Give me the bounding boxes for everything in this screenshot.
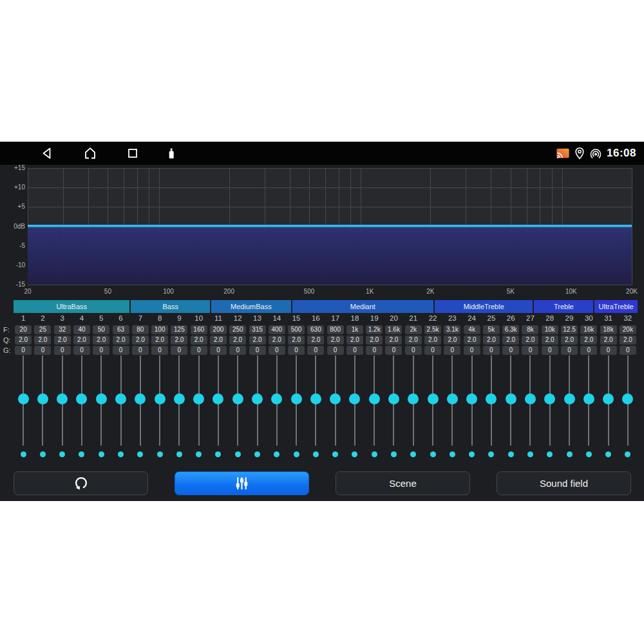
gain-value-box[interactable]: 0: [327, 346, 344, 355]
freq-value-box[interactable]: 50: [93, 325, 109, 334]
recents-icon[interactable]: [125, 146, 140, 161]
gain-value-box[interactable]: 0: [15, 346, 32, 355]
usb-icon[interactable]: [164, 146, 179, 161]
q-value-box[interactable]: 2.0: [366, 336, 383, 345]
q-value-box[interactable]: 2.0: [269, 336, 285, 345]
eq-slider-thumb[interactable]: [388, 393, 399, 404]
gain-value-box[interactable]: 0: [366, 346, 383, 355]
eq-slider-thumb[interactable]: [135, 393, 146, 404]
freq-value-box[interactable]: 500: [288, 325, 305, 334]
gain-value-box[interactable]: 0: [210, 346, 227, 355]
eq-slider-thumb[interactable]: [622, 393, 633, 404]
eq-slider-thumb[interactable]: [213, 393, 223, 404]
eq-slider-thumb[interactable]: [96, 393, 107, 404]
freq-value-box[interactable]: 250: [229, 325, 246, 334]
gain-value-box[interactable]: 0: [113, 346, 129, 355]
q-value-box[interactable]: 2.0: [34, 336, 51, 345]
eq-slider-thumb[interactable]: [447, 393, 458, 404]
band-ultrabass[interactable]: UltraBass: [14, 300, 129, 313]
freq-value-box[interactable]: 160: [191, 325, 207, 334]
freq-value-box[interactable]: 100: [151, 325, 168, 334]
freq-value-box[interactable]: 63: [113, 325, 129, 334]
freq-value-box[interactable]: 5k: [483, 325, 500, 334]
q-value-box[interactable]: 2.0: [15, 336, 32, 345]
gain-value-box[interactable]: 0: [561, 346, 578, 355]
gain-value-box[interactable]: 0: [191, 346, 207, 355]
q-value-box[interactable]: 2.0: [620, 336, 636, 345]
eq-slider-thumb[interactable]: [252, 393, 263, 404]
q-value-box[interactable]: 2.0: [191, 336, 207, 345]
freq-value-box[interactable]: 200: [210, 325, 227, 334]
eq-slider-thumb[interactable]: [603, 393, 614, 404]
gain-value-box[interactable]: 0: [34, 346, 51, 355]
q-value-box[interactable]: 2.0: [171, 336, 187, 345]
q-value-box[interactable]: 2.0: [600, 336, 617, 345]
q-value-box[interactable]: 2.0: [405, 336, 422, 345]
q-value-box[interactable]: 2.0: [288, 336, 305, 345]
eq-slider-thumb[interactable]: [174, 393, 185, 404]
band-treble[interactable]: Treble: [534, 300, 593, 313]
eq-slider-thumb[interactable]: [466, 393, 477, 404]
freq-value-box[interactable]: 4k: [464, 325, 480, 334]
q-value-box[interactable]: 2.0: [113, 336, 129, 345]
freq-value-box[interactable]: 1.6k: [385, 325, 402, 334]
gain-value-box[interactable]: 0: [229, 346, 246, 355]
freq-value-box[interactable]: 630: [307, 325, 324, 334]
eq-slider-thumb[interactable]: [583, 393, 594, 404]
freq-value-box[interactable]: 6.3k: [502, 325, 519, 334]
q-value-box[interactable]: 2.0: [502, 336, 519, 345]
eq-slider-thumb[interactable]: [349, 393, 360, 404]
eq-slider-thumb[interactable]: [428, 393, 439, 404]
freq-value-box[interactable]: 3.1k: [444, 325, 460, 334]
home-icon[interactable]: [82, 146, 98, 161]
reset-button[interactable]: [14, 471, 148, 495]
gain-value-box[interactable]: 0: [385, 346, 402, 355]
eq-slider-thumb[interactable]: [37, 393, 48, 404]
freq-value-box[interactable]: 400: [269, 325, 285, 334]
back-icon[interactable]: [40, 146, 55, 161]
gain-value-box[interactable]: 0: [288, 346, 305, 355]
gain-value-box[interactable]: 0: [502, 346, 519, 355]
q-value-box[interactable]: 2.0: [307, 336, 324, 345]
q-value-box[interactable]: 2.0: [346, 336, 363, 345]
eq-slider-thumb[interactable]: [18, 393, 29, 404]
eq-slider-thumb[interactable]: [310, 393, 321, 404]
q-value-box[interactable]: 2.0: [249, 336, 266, 345]
q-value-box[interactable]: 2.0: [424, 336, 441, 345]
q-value-box[interactable]: 2.0: [93, 336, 109, 345]
band-mediumbass[interactable]: MediumBass: [211, 300, 291, 313]
q-value-box[interactable]: 2.0: [542, 336, 558, 345]
eq-slider-thumb[interactable]: [193, 393, 204, 404]
q-value-box[interactable]: 2.0: [229, 336, 246, 345]
freq-value-box[interactable]: 25: [34, 325, 51, 334]
gain-value-box[interactable]: 0: [171, 346, 187, 355]
q-value-box[interactable]: 2.0: [73, 336, 90, 345]
gain-value-box[interactable]: 0: [269, 346, 285, 355]
gain-value-box[interactable]: 0: [73, 346, 90, 355]
freq-value-box[interactable]: 20k: [620, 325, 636, 334]
q-value-box[interactable]: 2.0: [580, 336, 597, 345]
gain-value-box[interactable]: 0: [483, 346, 500, 355]
gain-value-box[interactable]: 0: [346, 346, 363, 355]
q-value-box[interactable]: 2.0: [385, 336, 402, 345]
q-value-box[interactable]: 2.0: [561, 336, 578, 345]
eq-slider-thumb[interactable]: [408, 393, 419, 404]
eq-slider-thumb[interactable]: [525, 393, 536, 404]
eq-slider-thumb[interactable]: [330, 393, 341, 404]
eq-slider-thumb[interactable]: [486, 393, 497, 404]
equalizer-button[interactable]: [175, 471, 309, 495]
eq-slider-thumb[interactable]: [506, 393, 516, 404]
gain-value-box[interactable]: 0: [132, 346, 149, 355]
q-value-box[interactable]: 2.0: [151, 336, 168, 345]
eq-slider-thumb[interactable]: [57, 393, 68, 404]
freq-value-box[interactable]: 32: [54, 325, 71, 334]
eq-slider-thumb[interactable]: [369, 393, 380, 404]
freq-value-box[interactable]: 20: [15, 325, 32, 334]
freq-value-box[interactable]: 2.5k: [424, 325, 441, 334]
freq-value-box[interactable]: 315: [249, 325, 266, 334]
scene-button[interactable]: Scene: [336, 471, 470, 495]
freq-value-box[interactable]: 16k: [580, 325, 597, 334]
band-mediant[interactable]: Mediant: [292, 300, 433, 313]
band-bass[interactable]: Bass: [131, 300, 210, 313]
gain-value-box[interactable]: 0: [580, 346, 597, 355]
